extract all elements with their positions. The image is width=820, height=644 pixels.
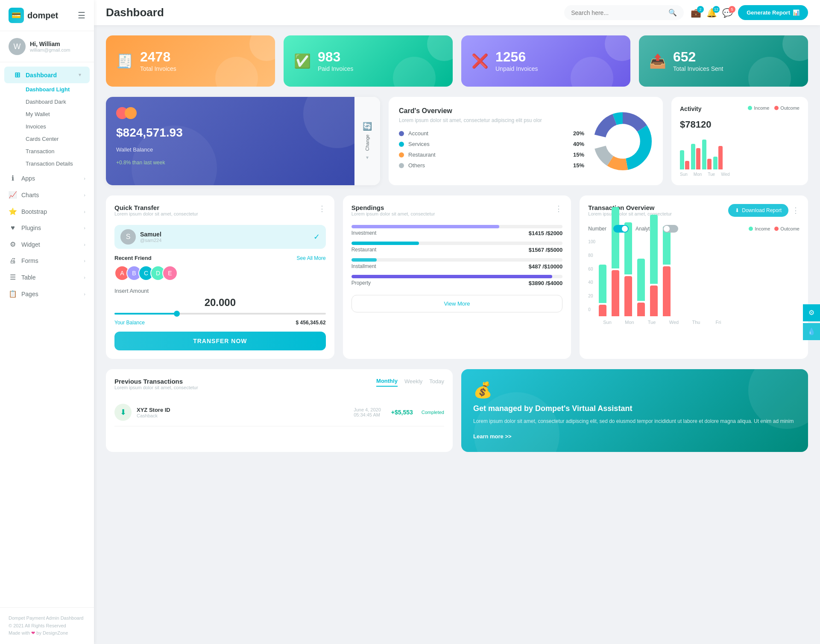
chevron-down-icon: ▾	[79, 72, 81, 78]
tue-outcome-bar	[624, 276, 632, 316]
bar-group-tue	[702, 140, 712, 169]
toggle1-switch[interactable]	[613, 225, 629, 233]
restaurant-spending-amounts: $1567 /$5000	[529, 247, 563, 253]
chevron-right-icon: ›	[84, 275, 85, 280]
sidebar-item-forms[interactable]: 🖨 Forms ›	[0, 253, 94, 269]
wallet-label: Wallet Balance	[116, 146, 344, 153]
sidebar-item-label: Plugins	[21, 224, 41, 231]
sidebar-subitem-cards-center[interactable]: Cards Center	[17, 133, 94, 145]
tx-date: June 4, 2020 05:34:45 AM	[354, 407, 381, 417]
list-item: Services 40%	[399, 141, 584, 147]
view-more-button[interactable]: View More	[351, 295, 563, 312]
stat-card-sent-invoices: 📤 652 Total Invoices Sent	[639, 35, 808, 87]
income-legend-label: Income	[754, 105, 769, 111]
page-title: Dashboard	[106, 6, 557, 19]
toggle2-switch[interactable]	[663, 225, 678, 233]
prev-tx-title: Previous Transactions	[114, 378, 198, 385]
slider-thumb[interactable]	[174, 311, 180, 317]
chat-icon-badge[interactable]: 💬 5	[722, 8, 733, 18]
stat-card-paid-invoices: ✅ 983 Paid Invoices	[284, 35, 453, 87]
friend-avatar-5: E	[162, 265, 178, 281]
insert-amount-label: Insert Amount	[114, 288, 326, 294]
tx-day-sun: Sun	[599, 320, 616, 325]
restaurant-dot	[399, 152, 404, 157]
stat-number-unpaid: 1256	[495, 50, 538, 64]
hamburger-menu-icon[interactable]: ☰	[78, 10, 85, 20]
plugins-icon: ♥	[9, 224, 17, 232]
sidebar-item-bootstrap[interactable]: ⭐ Bootstrap ›	[0, 203, 94, 220]
chevron-down-icon: ▾	[366, 154, 369, 160]
sidebar-item-plugins[interactable]: ♥ Plugins ›	[0, 220, 94, 236]
quick-transfer-subtitle: Lorem ipsum dolor sit amet, consectetur	[114, 211, 198, 216]
learn-more-link[interactable]: Learn more >>	[473, 433, 512, 440]
spending-item-restaurant: Restaurant $1567 /$5000	[351, 242, 563, 253]
total-invoices-icon: 🧾	[116, 53, 133, 69]
footer-line3: Made with ❤ by DesignZone	[9, 629, 85, 637]
sidebar-item-label: Widget	[21, 241, 40, 248]
sent-invoices-icon: 📤	[649, 53, 666, 69]
search-bar[interactable]: 🔍	[564, 5, 684, 20]
download-report-button[interactable]: ⬇ Download Report	[728, 204, 788, 217]
wallet-icon-badge[interactable]: 💼 2	[691, 8, 701, 18]
sidebar-item-dashboard[interactable]: ⊞ Dashboard ▾	[4, 67, 90, 83]
widget-icon: ⚙	[9, 240, 17, 248]
check-icon: ✓	[313, 232, 320, 242]
sidebar-item-label: Charts	[21, 192, 39, 198]
virtual-assistant-desc: Lorem ipsum dolor sit amet, consectetur …	[473, 417, 796, 425]
transfer-now-button[interactable]: TRANSFER NOW	[114, 332, 326, 350]
stat-label-unpaid: Unpaid Invoices	[495, 65, 538, 72]
bootstrap-icon: ⭐	[9, 207, 17, 216]
card-overview-section: Card's Overview Lorem ipsum dolor sit am…	[389, 97, 663, 185]
bell-icon-badge[interactable]: 🔔 12	[706, 8, 717, 18]
sidebar-item-pages[interactable]: 📋 Pages ›	[0, 286, 94, 302]
sidebar-subitem-dashboard-light[interactable]: Dashboard Light	[17, 83, 94, 96]
charts-icon: 📈	[9, 191, 17, 199]
sidebar-logo: 💳 dompet ☰	[0, 0, 94, 31]
search-input[interactable]	[571, 9, 665, 16]
tx-day-thu: Thu	[688, 320, 705, 325]
see-all-link[interactable]: See All More	[297, 255, 326, 261]
transaction-overview-more-icon[interactable]: ⋮	[792, 206, 800, 215]
samuel-avatar: S	[120, 229, 136, 245]
tx-icon-cashback: ⬇	[114, 404, 132, 421]
sidebar-item-table[interactable]: ☰ Table ›	[0, 269, 94, 286]
tx-bar-thu	[650, 215, 658, 316]
day-label-wed: Wed	[721, 172, 729, 177]
sidebar-subitem-invoices[interactable]: Invoices	[17, 120, 94, 133]
tab-today[interactable]: Today	[429, 378, 444, 386]
day-label-mon: Mon	[694, 172, 702, 177]
sidebar-subitem-my-wallet[interactable]: My Wallet	[17, 108, 94, 120]
user-greeting: Hi, William	[30, 41, 70, 47]
spending-item-property: Property $3890 /$4000	[351, 275, 563, 286]
spendings-more-options-icon[interactable]: ⋮	[555, 204, 562, 213]
investment-label: Investment	[351, 230, 377, 236]
settings-float-button[interactable]: ⚙	[803, 304, 820, 321]
sidebar-subitem-dashboard-dark[interactable]: Dashboard Dark	[17, 96, 94, 108]
previous-transactions-card: Previous Transactions Lorem ipsum dolor …	[106, 369, 453, 452]
activity-title: Activity	[680, 105, 702, 112]
tab-weekly[interactable]: Weekly	[404, 378, 422, 386]
y-label-80: 80	[588, 253, 595, 258]
wallet-card: $824,571.93 Wallet Balance +0.8% than la…	[106, 97, 354, 185]
more-options-icon[interactable]: ⋮	[318, 204, 326, 213]
sidebar-item-label: Apps	[21, 175, 35, 182]
change-card-panel[interactable]: 🔄 Change ▾	[354, 97, 380, 185]
dashboard-icon: ⊞	[13, 71, 21, 79]
sidebar-item-apps[interactable]: ℹ Apps ›	[0, 170, 94, 186]
stat-label-paid: Paid Invoices	[318, 65, 353, 72]
sidebar-item-charts[interactable]: 📈 Charts ›	[0, 186, 94, 203]
table-row: ⬇ XYZ Store ID Cashback June 4, 2020 05:…	[114, 399, 444, 426]
sidebar-item-widget[interactable]: ⚙ Widget ›	[0, 236, 94, 253]
tab-monthly[interactable]: Monthly	[376, 378, 398, 387]
account-label: Account	[408, 130, 428, 137]
quick-transfer-user-row: S Samuel @sam224 ✓	[114, 225, 326, 249]
generate-report-button[interactable]: Generate Report 📊	[738, 5, 808, 20]
sidebar-subitem-transaction[interactable]: Transaction	[17, 145, 94, 157]
tx-bars	[599, 239, 800, 316]
day-label-tue: Tue	[708, 172, 715, 177]
balance-row: Your Balance $ 456,345.62	[114, 320, 326, 326]
sun-income-bar	[599, 265, 606, 303]
spending-item-investment: Investment $1415 /$2000	[351, 225, 563, 236]
water-float-button[interactable]: 💧	[803, 323, 820, 340]
sidebar-subitem-transaction-details[interactable]: Transaction Details	[17, 157, 94, 170]
